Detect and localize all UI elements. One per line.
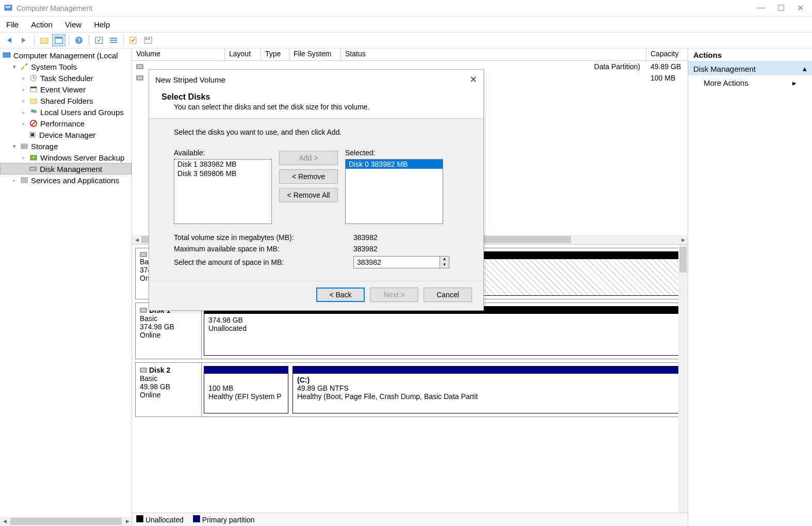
selected-disks-list[interactable]: Disk 0 383982 MB	[345, 159, 443, 224]
svg-point-31	[35, 168, 36, 169]
chevron-right-icon: ▸	[792, 78, 797, 88]
tree-backup[interactable]: ▸Windows Server Backup	[0, 152, 132, 163]
actions-pane: Actions Disk Management ▴ More Actions ▸	[688, 49, 812, 526]
tree-storage[interactable]: ▾ Storage	[0, 140, 132, 152]
partition-size: 374.98 GB	[208, 316, 677, 324]
properties-icon[interactable]	[52, 34, 66, 46]
tree-shared-folders[interactable]: ▸Shared Folders	[0, 95, 132, 106]
partition-size: 100 MB	[208, 384, 284, 392]
svg-rect-37	[140, 308, 147, 312]
svg-rect-33	[25, 178, 27, 183]
maximize-button[interactable]: ☐	[777, 3, 785, 13]
tree-services[interactable]: ▸ Services and Applications	[0, 174, 132, 186]
check-icon[interactable]	[127, 34, 140, 46]
tree-local-users[interactable]: ▸Local Users and Groups	[0, 106, 132, 118]
storage-icon	[20, 142, 29, 150]
partition[interactable]: 100 MB Healthy (EFI System P	[204, 366, 288, 413]
tree-root[interactable]: Computer Management (Local	[0, 50, 132, 61]
menu-view[interactable]: View	[65, 20, 82, 29]
tree-system-tools[interactable]: ▾ System Tools	[0, 61, 132, 72]
disk-type: Basic	[140, 374, 197, 382]
spin-down-icon[interactable]: ▼	[440, 262, 449, 268]
svg-rect-11	[110, 42, 117, 43]
dialog-title: New Striped Volume	[155, 75, 225, 84]
partition[interactable]: (C:) 49.89 GB NTFS Healthy (Boot, Page F…	[293, 366, 682, 413]
clock-icon	[29, 74, 38, 82]
disk-label[interactable]: Disk 2 Basic 49.98 GB Online	[136, 363, 202, 417]
spin-up-icon[interactable]: ▲	[440, 257, 449, 262]
col-layout[interactable]: Layout	[225, 49, 261, 60]
add-button[interactable]: Add >	[279, 151, 338, 165]
menu-help[interactable]: Help	[94, 20, 110, 29]
chevron-right-icon: ▸	[21, 120, 27, 127]
chevron-right-icon: ▸	[21, 154, 27, 161]
forward-button[interactable]	[18, 34, 31, 46]
dialog-instruction: Select the disks you want to use, and th…	[174, 128, 465, 136]
tree-item-label: System Tools	[31, 62, 77, 71]
refresh-icon[interactable]	[92, 34, 106, 46]
disk-vscroll[interactable]	[678, 245, 688, 513]
tree-item-label: Event Viewer	[40, 85, 86, 94]
svg-rect-10	[110, 40, 117, 41]
capacity-text: 100 MB	[646, 74, 688, 82]
space-amount-input[interactable]	[353, 256, 440, 268]
spin-buttons[interactable]: ▲▼	[440, 256, 449, 268]
disk-label[interactable]: Disk 1 Basic 374.98 GB Online	[136, 303, 202, 359]
tools-icon	[20, 62, 29, 71]
remove-all-button[interactable]: < Remove All	[279, 188, 338, 202]
disk-size: 374.98 GB	[140, 323, 197, 331]
close-button[interactable]: ✕	[797, 3, 804, 13]
cancel-button[interactable]: Cancel	[424, 288, 472, 302]
disk-icon	[140, 367, 147, 373]
svg-rect-14	[145, 38, 147, 40]
svg-rect-3	[41, 38, 48, 43]
back-button[interactable]	[3, 34, 17, 46]
col-capacity[interactable]: Capacity	[646, 49, 688, 60]
col-fs[interactable]: File System	[289, 49, 341, 60]
list-item[interactable]: Disk 3 589806 MB	[174, 169, 271, 178]
svg-rect-21	[30, 99, 37, 103]
folder-up-icon[interactable]	[38, 34, 51, 46]
disk-status: Online	[140, 331, 197, 339]
tree-item-label: Disk Management	[40, 165, 102, 173]
chevron-right-icon: ▸	[11, 177, 18, 184]
list-item[interactable]: Disk 1 383982 MB	[174, 160, 271, 169]
next-button[interactable]: Next >	[370, 288, 418, 302]
col-type[interactable]: Type	[261, 49, 289, 60]
available-disks-list[interactable]: Disk 1 383982 MB Disk 3 589806 MB	[174, 159, 272, 224]
actions-section[interactable]: Disk Management ▴	[688, 62, 812, 75]
tree-scrollbar[interactable]: ◂▸	[0, 517, 132, 526]
partition-size: 49.89 GB NTFS	[297, 384, 677, 392]
tree-item-label: Services and Applications	[31, 176, 119, 185]
minimize-button[interactable]: —	[757, 3, 765, 13]
tree-event-viewer[interactable]: ▸Event Viewer	[0, 84, 132, 95]
tree-disk-management[interactable]: Disk Management	[0, 163, 132, 174]
menu-action[interactable]: Action	[31, 20, 53, 29]
col-volume[interactable]: Volume	[132, 49, 225, 60]
back-button[interactable]: < Back	[316, 288, 365, 302]
tree-performance[interactable]: ▸Performance	[0, 118, 132, 129]
tree-device-manager[interactable]: Device Manager	[0, 129, 132, 140]
partition-legend: Unallocated Primary partition	[132, 513, 688, 526]
chevron-right-icon: ▸	[21, 98, 27, 104]
tree-item-label: Performance	[40, 119, 85, 128]
remove-button[interactable]: < Remove	[279, 169, 338, 184]
chevron-down-icon: ▾	[11, 143, 18, 150]
dialog-close-button[interactable]: ✕	[469, 74, 477, 85]
chevron-right-icon: ▸	[21, 86, 27, 93]
actions-more[interactable]: More Actions ▸	[688, 75, 812, 91]
tree-item-label: Storage	[31, 142, 58, 151]
navigation-tree: Computer Management (Local ▾ System Tool…	[0, 49, 132, 526]
list-item[interactable]: Disk 0 383982 MB	[346, 160, 443, 169]
chevron-right-icon: ▸	[21, 109, 27, 116]
partition[interactable]: 374.98 GB Unallocated	[204, 306, 682, 356]
computer-icon	[2, 51, 11, 59]
col-status[interactable]: Status	[341, 49, 646, 60]
disk-name: Disk 2	[149, 366, 170, 374]
help-icon[interactable]: ?	[72, 34, 86, 46]
list-icon[interactable]	[107, 34, 120, 46]
tree-task-scheduler[interactable]: ▸Task Scheduler	[0, 72, 132, 84]
menu-file[interactable]: File	[6, 20, 19, 29]
space-amount-label: Select the amount of space in MB:	[174, 258, 353, 266]
settings-icon[interactable]	[141, 34, 155, 46]
